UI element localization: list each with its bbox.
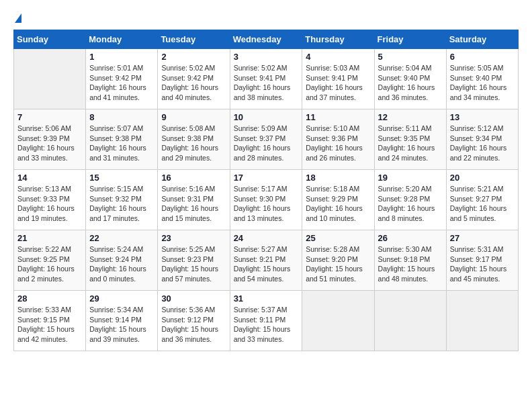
column-header-friday: Friday <box>374 30 446 49</box>
day-number: 29 <box>89 293 154 304</box>
day-cell: 13Sunrise: 5:12 AM Sunset: 9:34 PM Dayli… <box>446 109 518 170</box>
day-cell: 30Sunrise: 5:36 AM Sunset: 9:12 PM Dayli… <box>158 291 230 351</box>
day-cell: 3Sunrise: 5:02 AM Sunset: 9:41 PM Daylig… <box>230 49 302 109</box>
day-cell: 31Sunrise: 5:37 AM Sunset: 9:11 PM Dayli… <box>230 291 302 351</box>
day-info: Sunrise: 5:20 AM Sunset: 9:28 PM Dayligh… <box>378 184 443 224</box>
day-cell: 18Sunrise: 5:18 AM Sunset: 9:29 PM Dayli… <box>302 170 374 230</box>
day-info: Sunrise: 5:05 AM Sunset: 9:40 PM Dayligh… <box>450 63 515 103</box>
day-number: 23 <box>161 233 226 243</box>
day-info: Sunrise: 5:37 AM Sunset: 9:11 PM Dayligh… <box>234 305 299 345</box>
day-number: 8 <box>89 112 154 122</box>
day-info: Sunrise: 5:33 AM Sunset: 9:15 PM Dayligh… <box>17 305 82 345</box>
day-info: Sunrise: 5:13 AM Sunset: 9:33 PM Dayligh… <box>17 184 82 224</box>
day-cell <box>446 291 518 351</box>
day-cell: 28Sunrise: 5:33 AM Sunset: 9:15 PM Dayli… <box>14 291 86 351</box>
day-number: 14 <box>17 173 82 183</box>
day-number: 9 <box>161 112 226 122</box>
day-number: 27 <box>450 233 515 243</box>
day-cell: 10Sunrise: 5:09 AM Sunset: 9:37 PM Dayli… <box>230 109 302 170</box>
day-cell: 16Sunrise: 5:16 AM Sunset: 9:31 PM Dayli… <box>158 170 230 230</box>
day-number: 18 <box>306 173 370 183</box>
day-cell: 8Sunrise: 5:07 AM Sunset: 9:38 PM Daylig… <box>86 109 158 170</box>
day-number: 28 <box>17 293 82 304</box>
day-number: 19 <box>378 173 443 183</box>
week-row-2: 7Sunrise: 5:06 AM Sunset: 9:39 PM Daylig… <box>14 109 519 170</box>
day-info: Sunrise: 5:22 AM Sunset: 9:25 PM Dayligh… <box>17 244 82 284</box>
day-number: 22 <box>89 233 154 243</box>
day-number: 1 <box>89 52 154 62</box>
day-number: 15 <box>89 173 154 183</box>
day-number: 5 <box>378 52 443 62</box>
day-number: 3 <box>234 52 299 62</box>
day-number: 24 <box>234 233 299 243</box>
day-info: Sunrise: 5:10 AM Sunset: 9:36 PM Dayligh… <box>306 124 370 163</box>
day-info: Sunrise: 5:01 AM Sunset: 9:42 PM Dayligh… <box>89 63 154 103</box>
day-info: Sunrise: 5:02 AM Sunset: 9:42 PM Dayligh… <box>161 63 226 103</box>
day-cell: 27Sunrise: 5:31 AM Sunset: 9:17 PM Dayli… <box>446 230 518 291</box>
column-header-monday: Monday <box>86 30 158 49</box>
day-number: 10 <box>234 112 299 122</box>
day-info: Sunrise: 5:03 AM Sunset: 9:41 PM Dayligh… <box>306 63 370 103</box>
day-cell: 11Sunrise: 5:10 AM Sunset: 9:36 PM Dayli… <box>302 109 374 170</box>
week-row-5: 28Sunrise: 5:33 AM Sunset: 9:15 PM Dayli… <box>14 291 519 351</box>
day-cell: 1Sunrise: 5:01 AM Sunset: 9:42 PM Daylig… <box>86 49 158 109</box>
logo <box>13 13 21 23</box>
day-info: Sunrise: 5:18 AM Sunset: 9:29 PM Dayligh… <box>306 184 370 224</box>
day-number: 20 <box>450 173 515 183</box>
day-info: Sunrise: 5:24 AM Sunset: 9:24 PM Dayligh… <box>89 244 154 284</box>
day-info: Sunrise: 5:02 AM Sunset: 9:41 PM Dayligh… <box>234 63 299 103</box>
day-cell: 12Sunrise: 5:11 AM Sunset: 9:35 PM Dayli… <box>374 109 446 170</box>
day-info: Sunrise: 5:07 AM Sunset: 9:38 PM Dayligh… <box>89 124 154 163</box>
day-cell: 29Sunrise: 5:34 AM Sunset: 9:14 PM Dayli… <box>86 291 158 351</box>
day-info: Sunrise: 5:28 AM Sunset: 9:20 PM Dayligh… <box>306 244 370 284</box>
day-cell: 25Sunrise: 5:28 AM Sunset: 9:20 PM Dayli… <box>302 230 374 291</box>
day-info: Sunrise: 5:12 AM Sunset: 9:34 PM Dayligh… <box>450 124 515 163</box>
day-number: 6 <box>450 52 515 62</box>
column-header-saturday: Saturday <box>446 30 518 49</box>
day-cell: 21Sunrise: 5:22 AM Sunset: 9:25 PM Dayli… <box>14 230 86 291</box>
day-cell: 5Sunrise: 5:04 AM Sunset: 9:40 PM Daylig… <box>374 49 446 109</box>
day-cell: 23Sunrise: 5:25 AM Sunset: 9:23 PM Dayli… <box>158 230 230 291</box>
day-cell: 9Sunrise: 5:08 AM Sunset: 9:38 PM Daylig… <box>158 109 230 170</box>
day-number: 11 <box>306 112 370 122</box>
day-number: 26 <box>378 233 443 243</box>
day-cell: 15Sunrise: 5:15 AM Sunset: 9:32 PM Dayli… <box>86 170 158 230</box>
day-number: 2 <box>161 52 226 62</box>
day-cell: 4Sunrise: 5:03 AM Sunset: 9:41 PM Daylig… <box>302 49 374 109</box>
day-cell: 19Sunrise: 5:20 AM Sunset: 9:28 PM Dayli… <box>374 170 446 230</box>
day-cell <box>14 49 86 109</box>
day-info: Sunrise: 5:04 AM Sunset: 9:40 PM Dayligh… <box>378 63 443 103</box>
day-info: Sunrise: 5:25 AM Sunset: 9:23 PM Dayligh… <box>161 244 226 284</box>
day-number: 16 <box>161 173 226 183</box>
day-cell: 7Sunrise: 5:06 AM Sunset: 9:39 PM Daylig… <box>14 109 86 170</box>
day-info: Sunrise: 5:21 AM Sunset: 9:27 PM Dayligh… <box>450 184 515 224</box>
day-info: Sunrise: 5:09 AM Sunset: 9:37 PM Dayligh… <box>234 124 299 163</box>
day-number: 4 <box>306 52 370 62</box>
day-info: Sunrise: 5:08 AM Sunset: 9:38 PM Dayligh… <box>161 124 226 163</box>
column-header-tuesday: Tuesday <box>158 30 230 49</box>
day-number: 17 <box>234 173 299 183</box>
day-number: 13 <box>450 112 515 122</box>
day-cell: 17Sunrise: 5:17 AM Sunset: 9:30 PM Dayli… <box>230 170 302 230</box>
day-number: 30 <box>161 293 226 304</box>
day-number: 21 <box>17 233 82 243</box>
day-number: 12 <box>378 112 443 122</box>
day-info: Sunrise: 5:11 AM Sunset: 9:35 PM Dayligh… <box>378 124 443 163</box>
week-row-4: 21Sunrise: 5:22 AM Sunset: 9:25 PM Dayli… <box>14 230 519 291</box>
day-info: Sunrise: 5:15 AM Sunset: 9:32 PM Dayligh… <box>89 184 154 224</box>
column-header-thursday: Thursday <box>302 30 374 49</box>
day-info: Sunrise: 5:16 AM Sunset: 9:31 PM Dayligh… <box>161 184 226 224</box>
day-number: 7 <box>17 112 82 122</box>
day-cell <box>374 291 446 351</box>
page-header <box>13 13 519 23</box>
column-header-wednesday: Wednesday <box>230 30 302 49</box>
day-info: Sunrise: 5:36 AM Sunset: 9:12 PM Dayligh… <box>161 305 226 345</box>
day-info: Sunrise: 5:17 AM Sunset: 9:30 PM Dayligh… <box>234 184 299 224</box>
day-number: 31 <box>234 293 299 304</box>
week-row-1: 1Sunrise: 5:01 AM Sunset: 9:42 PM Daylig… <box>14 49 519 109</box>
day-info: Sunrise: 5:31 AM Sunset: 9:17 PM Dayligh… <box>450 244 515 284</box>
day-cell: 2Sunrise: 5:02 AM Sunset: 9:42 PM Daylig… <box>158 49 230 109</box>
day-cell: 14Sunrise: 5:13 AM Sunset: 9:33 PM Dayli… <box>14 170 86 230</box>
day-cell: 24Sunrise: 5:27 AM Sunset: 9:21 PM Dayli… <box>230 230 302 291</box>
day-info: Sunrise: 5:30 AM Sunset: 9:18 PM Dayligh… <box>378 244 443 284</box>
